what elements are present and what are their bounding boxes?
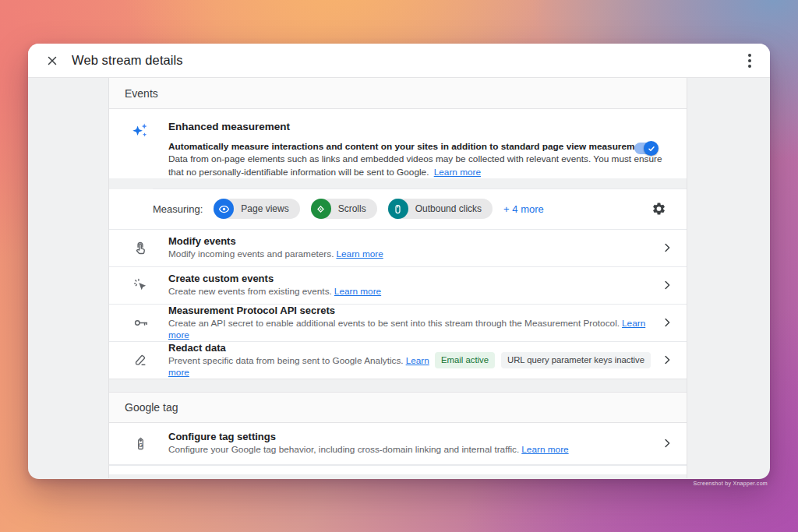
touch-icon — [131, 240, 150, 255]
row-description: Create new events from existing events.L… — [168, 286, 381, 298]
learn-more-link[interactable]: Learn more — [521, 444, 568, 455]
learn-more-link[interactable]: Learn more — [334, 286, 381, 297]
chip-label: Scrolls — [331, 203, 377, 214]
description-bold: Automatically measure interactions and c… — [168, 141, 651, 152]
key-icon — [131, 315, 150, 331]
row-title: Configure tag settings — [168, 431, 569, 442]
chip-scrolls: Scrolls — [311, 199, 377, 219]
scroll-icon — [311, 199, 331, 219]
chevron-right-icon — [660, 278, 674, 292]
enhanced-measurement-block: Enhanced measurement Automatically measu… — [109, 109, 687, 178]
google-tag-icon: G — [131, 435, 150, 452]
chevron-right-icon — [660, 315, 674, 329]
chip-label: Outbound clicks — [408, 203, 493, 214]
events-section-label: Events — [125, 87, 158, 100]
enhanced-measurement-toggle[interactable] — [634, 143, 657, 154]
status-badge-email-active: Email active — [435, 352, 495, 368]
learn-more-link[interactable]: Learn more — [336, 248, 383, 259]
list-item-measurement-protocol-api-secrets[interactable]: Measurement Protocol API secrets Create … — [109, 304, 687, 341]
more-options-icon[interactable] — [742, 51, 757, 71]
google-tag-section-label: Google tag — [125, 401, 178, 414]
row-title: Redact data — [168, 342, 435, 354]
web-stream-details-dialog: Web stream details Events — [28, 44, 770, 479]
list-item-redact-data[interactable]: Redact data Prevent specific data from b… — [109, 341, 687, 379]
list-item-create-custom-events[interactable]: Create custom events Create new events f… — [109, 266, 687, 304]
list-item-configure-tag-settings[interactable]: G Configure tag settings Configure your … — [109, 423, 687, 465]
chevron-right-icon — [660, 353, 674, 367]
row-title: Create custom events — [168, 273, 381, 284]
mouse-icon — [388, 199, 408, 219]
watermark: Screenshot by Xnapper.com — [694, 481, 768, 486]
events-section-header: Events — [109, 78, 687, 109]
chip-label: Page views — [234, 203, 299, 214]
status-badge-url-query-inactive: URL query parameter keys inactive — [501, 352, 651, 368]
more-chips-link[interactable]: + 4 more — [503, 203, 544, 215]
close-icon[interactable] — [44, 52, 61, 69]
dialog-body: Events Enhanced measurement Automatica — [28, 78, 770, 478]
eye-icon — [214, 199, 234, 219]
row-title: Measurement Protocol API secrets — [168, 305, 657, 316]
chevron-right-icon — [660, 436, 674, 450]
enhanced-measurement-description: Automatically measure interactions and c… — [168, 140, 671, 178]
chip-outbound-clicks: Outbound clicks — [388, 199, 493, 219]
svg-text:G: G — [138, 442, 143, 447]
google-tag-section-header: Google tag — [109, 392, 687, 423]
section-gap — [109, 379, 687, 392]
description-rest: Data from on-page elements such as links… — [168, 153, 662, 177]
dialog-title: Web stream details — [72, 53, 183, 68]
chip-page-views: Page views — [214, 199, 299, 219]
dialog-header: Web stream details — [28, 44, 770, 78]
learn-more-link[interactable]: Learn more — [434, 167, 481, 178]
list-item-partial — [109, 465, 687, 474]
row-description: Prevent specific data from being sent to… — [168, 355, 435, 378]
measuring-label: Measuring: — [153, 203, 203, 215]
row-title: Modify events — [168, 235, 383, 247]
settings-gear-icon[interactable] — [650, 200, 668, 218]
content-panel: Events Enhanced measurement Automatica — [108, 78, 687, 478]
measuring-row: Measuring: Page views Scrolls — [109, 189, 687, 229]
enhanced-measurement-title: Enhanced measurement — [168, 121, 671, 132]
list-item-modify-events[interactable]: Modify events Modify incoming events and… — [109, 229, 687, 266]
row-description: Configure your Google tag behavior, incl… — [168, 444, 569, 456]
sparkle-icon — [131, 122, 150, 140]
cursor-sparkle-icon — [131, 277, 150, 293]
enhanced-measurement-text: Enhanced measurement Automatically measu… — [168, 121, 671, 178]
toggle-thumb-check-icon — [644, 141, 659, 156]
chevron-right-icon — [660, 241, 674, 255]
eraser-icon — [131, 352, 150, 368]
row-description: Modify incoming events and parameters.Le… — [168, 248, 383, 260]
desktop-background: Web stream details Events — [0, 0, 798, 532]
row-description: Create an API secret to enable additiona… — [168, 318, 657, 340]
